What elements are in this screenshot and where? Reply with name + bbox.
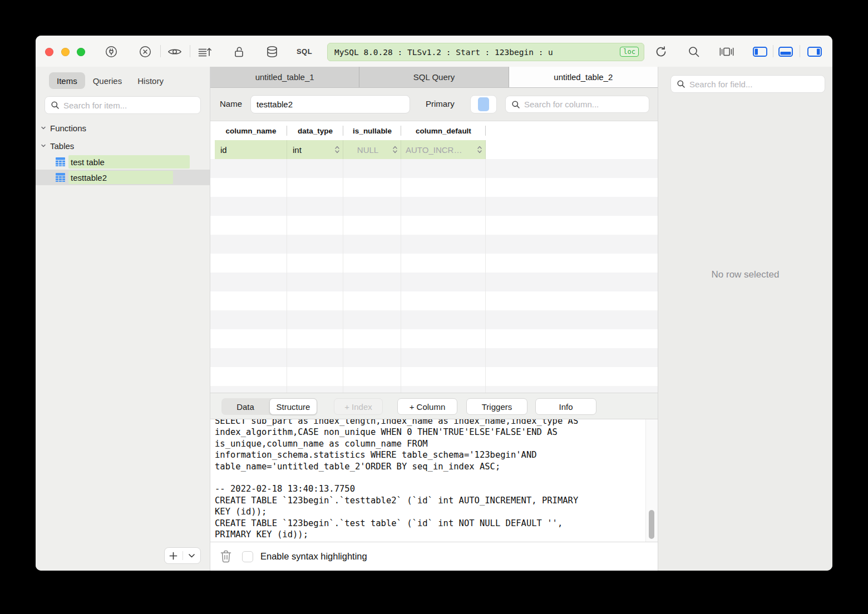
refresh-icon[interactable] (653, 44, 669, 60)
grid-empty-cell (486, 178, 658, 197)
triggers-button[interactable]: Triggers (466, 398, 527, 415)
primary-label: Primary (426, 99, 455, 108)
toggle-left-panel-icon[interactable] (752, 44, 768, 60)
log-scrollbar-track[interactable] (645, 419, 658, 542)
add-item-plus-button[interactable] (165, 548, 183, 563)
detail-panel: Search for field... No row selected (658, 67, 832, 571)
table-icon (56, 173, 65, 182)
grid-empty-row (210, 348, 658, 367)
connect-plug-icon[interactable] (103, 44, 119, 60)
tree-group-tables[interactable]: Tables (36, 138, 210, 154)
sidebar: Items Queries History Search for item...… (36, 67, 210, 571)
sidebar-item-test-table[interactable]: test table (36, 154, 210, 170)
preview-eye-icon[interactable] (167, 44, 183, 60)
zoom-window-button[interactable] (77, 48, 85, 56)
sql-toolbar-label[interactable]: SQL (294, 47, 314, 56)
stepper-icon[interactable] (392, 145, 398, 155)
grid-empty-cell (215, 216, 287, 235)
toggle-right-panel-icon[interactable] (807, 44, 822, 60)
trash-icon[interactable] (220, 549, 232, 563)
sidebar-search-field[interactable]: Search for item... (45, 96, 201, 114)
column-search-field[interactable]: Search for column... (505, 96, 649, 113)
grid-empty-cell (401, 235, 486, 254)
structure-view-button[interactable]: Structure (269, 398, 317, 415)
export-log-icon[interactable] (197, 44, 213, 60)
sidebar-tab-queries[interactable]: Queries (85, 72, 130, 89)
grid-empty-row (210, 386, 658, 393)
primary-key-indicator[interactable] (470, 95, 497, 113)
syntax-highlighting-checkbox[interactable] (242, 551, 253, 562)
grid-empty-cell (287, 386, 343, 393)
grid-empty-cell (343, 178, 401, 197)
grid-empty-cell (287, 159, 343, 178)
sql-log-panel[interactable]: SELECT sub_part as index_length,index_na… (210, 419, 658, 542)
cell-text: AUTO_INCR… (401, 145, 462, 155)
grid-empty-cell (215, 197, 287, 216)
cell-column-default[interactable]: AUTO_INCR… (401, 140, 486, 159)
grid-empty-cell (343, 159, 401, 178)
grid-empty-row (210, 273, 658, 291)
connection-status-bar[interactable]: MySQL 8.0.28 : TLSv1.2 : Start : 123begi… (327, 43, 644, 61)
grid-empty-row (210, 254, 658, 273)
chevron-down-icon[interactable] (40, 142, 47, 149)
grid-empty-row (210, 291, 658, 310)
add-item-menu-button[interactable] (183, 548, 201, 563)
structure-grid: id int NULL AUTO_INCR… (210, 140, 658, 393)
grid-empty-cell (287, 367, 343, 386)
lock-icon[interactable] (231, 44, 246, 60)
grid-empty-cell (287, 254, 343, 273)
grid-empty-cell (486, 310, 658, 329)
stepper-icon[interactable] (334, 145, 340, 155)
grid-empty-cell (486, 386, 658, 393)
primary-key-swatch (478, 97, 489, 111)
grid-empty-cell (287, 348, 343, 367)
add-column-button[interactable]: + Column (397, 398, 457, 415)
tree-group-functions[interactable]: Functions (36, 120, 210, 136)
grid-empty-cell (401, 367, 486, 386)
add-index-button: + Index (334, 398, 383, 415)
close-window-button[interactable] (45, 48, 53, 56)
name-label: Name (220, 99, 242, 108)
cell-data-type[interactable]: int (287, 140, 343, 159)
chevron-down-icon[interactable] (40, 125, 47, 131)
sidebar-item-testtable2[interactable]: testtable2 (36, 170, 210, 185)
grid-empty-cell (287, 235, 343, 254)
toggle-bottom-panel-icon[interactable] (778, 44, 793, 60)
log-scrollbar-thumb[interactable] (649, 510, 654, 539)
grid-empty-cell (486, 159, 658, 178)
app-window: SQL MySQL 8.0.28 : TLSv1.2 : Start : 123… (36, 36, 832, 571)
grid-empty-cell (486, 348, 658, 367)
info-button[interactable]: Info (535, 398, 596, 415)
grid-empty-row (210, 329, 658, 348)
sidebar-tab-history[interactable]: History (130, 72, 171, 89)
grid-empty-cell (401, 348, 486, 367)
cell-is-nullable[interactable]: NULL (343, 140, 401, 159)
log-footer-bar: Enable syntax highlighting (210, 542, 658, 571)
field-search-field[interactable]: Search for field... (670, 75, 825, 93)
sidebar-tab-items[interactable]: Items (49, 72, 85, 89)
tab-untitled-table-1[interactable]: untitled_table_1 (210, 67, 359, 87)
connection-location-badge: loc (620, 47, 639, 57)
grid-empty-cell (343, 348, 401, 367)
cell-empty (486, 140, 658, 159)
focus-mode-icon[interactable] (719, 44, 734, 60)
grid-empty-cell (401, 386, 486, 393)
grid-empty-cell (215, 273, 287, 291)
column-row-id[interactable]: id int NULL AUTO_INCR… (210, 140, 658, 159)
database-icon[interactable] (264, 44, 280, 60)
grid-empty-cell (287, 310, 343, 329)
plus-icon (169, 552, 177, 560)
grid-empty-cell (287, 216, 343, 235)
cell-column-name[interactable]: id (215, 140, 287, 159)
cell-text: NULL (343, 145, 392, 155)
grid-empty-row (210, 310, 658, 329)
data-view-button[interactable]: Data (221, 398, 269, 415)
table-name-input[interactable] (250, 95, 410, 113)
tab-sql-query[interactable]: SQL Query (359, 67, 509, 87)
tab-untitled-table-2[interactable]: untitled_table_2 (509, 67, 658, 87)
minimize-window-button[interactable] (61, 48, 70, 56)
sql-log-text: SELECT sub_part as index_length,index_na… (210, 419, 658, 540)
stepper-icon[interactable] (477, 145, 482, 155)
disconnect-icon[interactable] (137, 44, 153, 60)
search-icon[interactable] (686, 44, 702, 60)
